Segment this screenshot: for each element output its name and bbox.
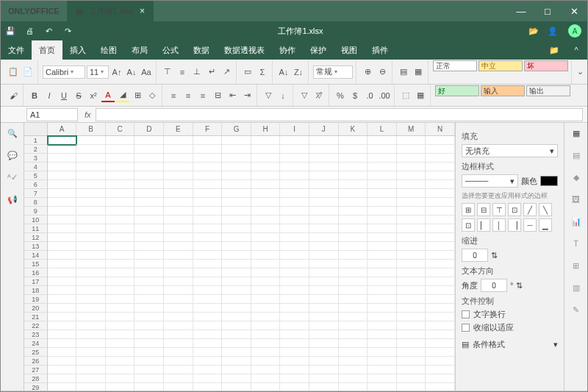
row-header[interactable]: 12 [24, 233, 48, 242]
save-icon[interactable]: 💾 [1, 21, 20, 40]
cell[interactable] [251, 233, 281, 242]
cell[interactable] [106, 251, 135, 260]
styles-dropdown-icon[interactable]: ⌄ [573, 65, 587, 79]
cell[interactable] [48, 374, 77, 383]
cell[interactable] [193, 304, 223, 313]
cell[interactable] [48, 357, 77, 366]
cell[interactable] [106, 374, 135, 383]
fill-select[interactable]: 无填充▾ [462, 144, 558, 157]
cell[interactable] [106, 136, 135, 145]
row-header[interactable]: 27 [24, 366, 48, 374]
cell[interactable] [222, 163, 251, 171]
align-bottom-icon[interactable]: ⊥ [190, 65, 204, 79]
sum-icon[interactable]: Σ [256, 65, 269, 79]
cell[interactable] [426, 286, 455, 295]
cell[interactable] [135, 136, 164, 145]
cell[interactable] [251, 136, 281, 145]
cell[interactable] [76, 286, 106, 295]
cell[interactable] [397, 366, 426, 374]
tab-draw[interactable]: 绘图 [93, 40, 124, 60]
cell[interactable] [135, 357, 164, 366]
cell[interactable] [222, 357, 251, 366]
cell[interactable] [106, 339, 135, 348]
cell[interactable] [193, 207, 223, 215]
merge-icon[interactable]: ⊟ [211, 89, 224, 102]
cell[interactable] [251, 366, 281, 374]
cell[interactable] [193, 224, 223, 233]
cell[interactable] [222, 242, 251, 251]
cell[interactable] [193, 189, 223, 198]
cell[interactable] [251, 154, 281, 163]
cell[interactable] [135, 145, 164, 154]
cell[interactable] [280, 215, 309, 224]
cell[interactable] [135, 189, 164, 198]
cell[interactable] [48, 224, 77, 233]
col-header-C[interactable]: C [106, 123, 135, 135]
cell[interactable] [280, 295, 309, 304]
cell[interactable] [164, 154, 193, 163]
cell[interactable] [339, 366, 368, 374]
row-header[interactable]: 5 [24, 171, 48, 180]
window-close[interactable]: ✕ [561, 1, 587, 21]
cell[interactable] [251, 339, 281, 348]
cell[interactable] [339, 136, 368, 145]
cell[interactable] [309, 383, 339, 391]
cell[interactable] [193, 198, 223, 207]
cell[interactable] [426, 357, 455, 366]
style-neutral[interactable]: 中立 [478, 60, 523, 71]
cell[interactable] [193, 136, 223, 145]
change-case-icon[interactable]: Aa [140, 65, 153, 79]
cell[interactable] [339, 154, 368, 163]
border-right-icon[interactable]: ▕ [508, 218, 521, 232]
tab-view[interactable]: 视图 [334, 40, 365, 60]
cell[interactable] [426, 339, 455, 348]
cell[interactable] [251, 348, 281, 357]
accounting-icon[interactable]: $ [348, 89, 362, 102]
cell[interactable] [48, 242, 77, 251]
indent-dec-icon[interactable]: ⇤ [226, 89, 239, 102]
cell[interactable] [368, 224, 397, 233]
cell[interactable] [426, 242, 455, 251]
cell[interactable] [76, 374, 106, 383]
cell[interactable] [76, 313, 106, 321]
cell[interactable] [193, 154, 223, 163]
cell[interactable] [368, 348, 397, 357]
cell[interactable] [426, 171, 455, 180]
cell[interactable] [193, 251, 223, 260]
cell[interactable] [222, 215, 251, 224]
cell[interactable] [280, 268, 309, 277]
image-settings-icon[interactable]: 🖼 [570, 193, 582, 205]
cell[interactable] [164, 268, 193, 277]
cell[interactable] [193, 357, 223, 366]
cell[interactable] [222, 330, 251, 339]
cell[interactable] [309, 260, 339, 268]
cell[interactable] [76, 366, 106, 374]
cell[interactable] [164, 233, 193, 242]
cell[interactable] [368, 233, 397, 242]
cell[interactable] [106, 145, 135, 154]
cell[interactable] [309, 321, 339, 330]
cell[interactable] [135, 260, 164, 268]
cell[interactable] [280, 251, 309, 260]
cell[interactable] [76, 198, 106, 207]
print-icon[interactable]: 🖨 [20, 21, 39, 40]
row-header[interactable]: 2 [24, 145, 48, 154]
number-format-select[interactable]: 常规▾ [313, 65, 353, 79]
cell[interactable] [426, 304, 455, 313]
cell[interactable] [280, 207, 309, 215]
cell[interactable] [193, 268, 223, 277]
cell[interactable] [426, 215, 455, 224]
cell[interactable] [48, 321, 77, 330]
cell[interactable] [339, 198, 368, 207]
cell[interactable] [164, 304, 193, 313]
spellcheck-icon[interactable]: ᴬ✓ [7, 171, 18, 183]
cell[interactable] [280, 374, 309, 383]
fill-color-icon[interactable]: ◢ [116, 89, 129, 102]
cell[interactable] [106, 154, 135, 163]
cell[interactable] [106, 260, 135, 268]
cell[interactable] [397, 242, 426, 251]
named-range-icon[interactable]: ▭ [241, 65, 254, 79]
row-header[interactable]: 22 [24, 321, 48, 330]
cell[interactable] [280, 163, 309, 171]
comments-icon[interactable]: 💬 [7, 149, 18, 161]
